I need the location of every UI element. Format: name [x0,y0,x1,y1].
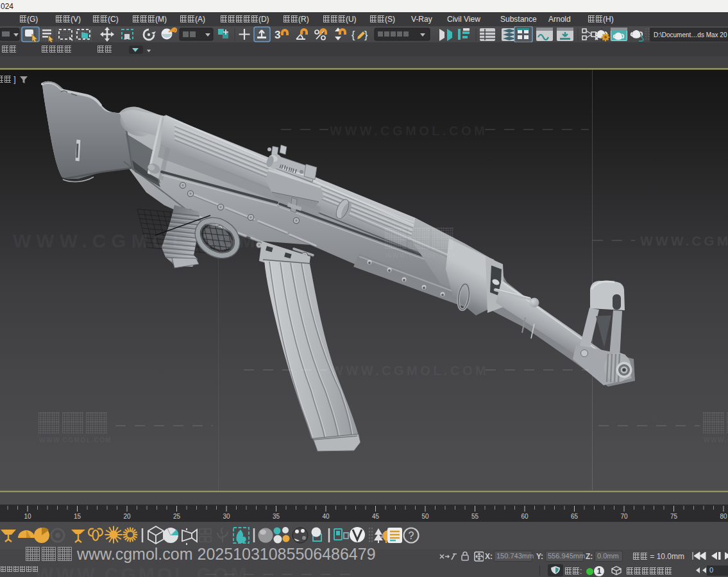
svg-text:75: 75 [670,513,678,520]
svg-text:40: 40 [322,513,330,520]
svg-text:20: 20 [123,513,131,520]
svg-text:25: 25 [173,513,181,520]
svg-text:65: 65 [571,513,579,520]
svg-text:80: 80 [720,513,727,520]
svg-text:}: } [364,29,368,40]
svg-text:30: 30 [223,513,230,520]
svg-text:15: 15 [74,513,81,520]
svg-text:35: 35 [273,513,280,520]
svg-text:45: 45 [372,513,380,520]
svg-text:?: ? [409,530,414,541]
svg-text:D:\Document…ds Max 20: D:\Document…ds Max 20 [654,31,727,38]
svg-text:60: 60 [521,513,529,520]
svg-text:55: 55 [471,513,479,520]
svg-text:{: { [351,29,355,40]
svg-text:3: 3 [275,29,280,41]
svg-text:50: 50 [421,513,429,520]
svg-text:70: 70 [620,513,628,520]
svg-text:10: 10 [24,513,31,520]
